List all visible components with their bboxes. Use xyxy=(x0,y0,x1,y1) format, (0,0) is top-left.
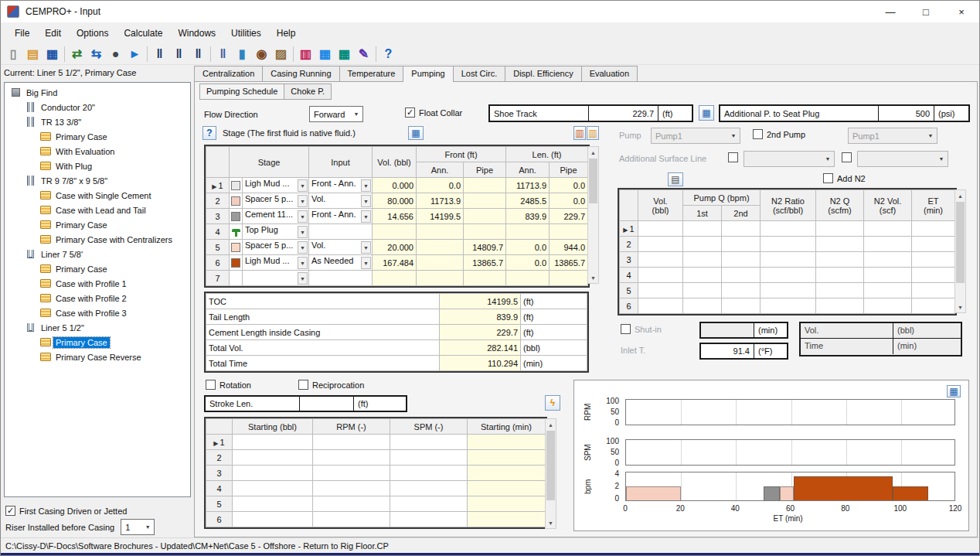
n2-row-header[interactable]: ▶1 xyxy=(620,221,638,237)
dropdown-arrow-icon[interactable]: ▼ xyxy=(361,195,371,207)
stage-vol-cell[interactable] xyxy=(373,224,417,240)
stage-front-ann-cell[interactable] xyxy=(417,271,464,286)
reciprocation-checkbox[interactable]: Reciprocation xyxy=(298,380,364,390)
stage-vol-cell[interactable]: 80.000 xyxy=(373,193,417,209)
n2-cell[interactable] xyxy=(722,298,761,314)
menu-edit[interactable]: Edit xyxy=(37,24,69,43)
second-pump-checkbox-box[interactable] xyxy=(753,129,763,139)
shoe-track-value[interactable]: 229.7 xyxy=(589,106,658,121)
stage-front-ann-cell[interactable] xyxy=(417,255,464,271)
stage-row-header[interactable]: 6 xyxy=(206,255,230,271)
stage-front-pipe-cell[interactable] xyxy=(464,209,506,224)
stage-name-cell[interactable]: Ligh Mud ...▼ xyxy=(243,178,309,193)
stage-row-header[interactable]: 2 xyxy=(206,193,230,209)
n2-cell[interactable] xyxy=(864,252,912,268)
stage-help-button[interactable]: ? xyxy=(202,126,216,140)
tab-lost-circ[interactable]: Lost Circ. xyxy=(453,66,505,81)
rot-cell[interactable] xyxy=(313,466,390,481)
surface-line-2-checkbox[interactable] xyxy=(842,152,852,162)
stage-front-pipe-cell[interactable] xyxy=(464,178,506,193)
stage-row-header[interactable]: ▶1 xyxy=(206,178,230,193)
rot-cell[interactable] xyxy=(313,496,390,512)
menu-utilities[interactable]: Utilities xyxy=(223,24,269,43)
rot-cell[interactable] xyxy=(468,496,546,512)
tree-item-primary-case[interactable]: Primary Case xyxy=(5,261,190,276)
n2-cell[interactable] xyxy=(722,252,761,268)
rotation-row-header[interactable]: ▶1 xyxy=(206,435,233,450)
n2-cell[interactable] xyxy=(816,237,864,252)
rot-cell[interactable] xyxy=(233,435,313,450)
stage-len-ann-cell[interactable]: 839.9 xyxy=(506,209,550,224)
new-icon[interactable]: ▯ xyxy=(4,44,23,63)
n2-cell[interactable] xyxy=(864,221,912,237)
rotation-checkbox-box[interactable] xyxy=(206,380,216,390)
scroll-thumb[interactable] xyxy=(956,202,965,283)
tab-temperature[interactable]: Temperature xyxy=(339,66,404,81)
cement-head-icon[interactable]: ◉ xyxy=(252,44,271,63)
n2-cell[interactable] xyxy=(638,268,683,283)
tree-item-with-plug[interactable]: With Plug xyxy=(5,159,190,173)
menu-calculate[interactable]: Calculate xyxy=(116,24,170,43)
stage-len-ann-cell[interactable]: 0.0 xyxy=(506,240,550,255)
export-icon[interactable]: ⇄ xyxy=(67,44,87,63)
rot-cell[interactable] xyxy=(233,496,313,512)
rot-cell[interactable] xyxy=(233,450,313,466)
first-casing-checkbox-box[interactable] xyxy=(5,506,15,516)
rot-cell[interactable] xyxy=(233,481,313,496)
stage-input-cell[interactable]: Front - Ann.▼ xyxy=(309,209,373,224)
scroll-down-icon[interactable]: ▼ xyxy=(955,302,965,312)
import-icon[interactable]: ⇆ xyxy=(87,44,106,63)
dropdown-arrow-icon[interactable]: ▼ xyxy=(298,226,308,238)
n2-cell[interactable] xyxy=(912,221,955,237)
stage-vol-cell[interactable] xyxy=(373,271,417,286)
tree-item-case-with-single-cement[interactable]: Case with Single Cement xyxy=(5,188,190,203)
stage-len-pipe-cell[interactable]: 229.7 xyxy=(550,209,588,224)
stage-input-cell[interactable]: Vol.▼ xyxy=(309,193,373,209)
n2-cell[interactable] xyxy=(816,252,864,268)
shut-in-checkbox-box[interactable] xyxy=(621,324,631,334)
stage-len-pipe-cell[interactable]: 944.0 xyxy=(550,240,588,255)
scroll-up-icon[interactable]: ▲ xyxy=(546,419,556,430)
n2-cell[interactable] xyxy=(722,283,761,298)
stage-tool-button[interactable]: ▦ xyxy=(408,126,424,140)
n2-cell[interactable] xyxy=(816,298,864,314)
n2-cell[interactable] xyxy=(683,237,722,252)
n2-cell[interactable] xyxy=(912,298,955,314)
stage-front-ann-cell[interactable] xyxy=(417,240,464,255)
n2-cell[interactable] xyxy=(683,268,722,283)
n2-cell[interactable] xyxy=(864,283,912,298)
tree-item-primary-case-reverse[interactable]: Primary Case Reverse xyxy=(5,350,190,364)
stage-len-ann-cell[interactable]: 0.0 xyxy=(506,255,550,271)
tree-item-primary-case[interactable]: Primary Case xyxy=(5,217,190,232)
n2-cell[interactable] xyxy=(638,237,683,252)
stage-row-header[interactable]: 7 xyxy=(206,271,230,286)
n2-cell[interactable] xyxy=(761,268,816,283)
close-button[interactable]: × xyxy=(944,1,979,22)
scroll-down-icon[interactable]: ▼ xyxy=(588,272,598,283)
n2-cell[interactable] xyxy=(864,237,912,252)
n2-cell[interactable] xyxy=(722,237,761,252)
utilities-icon[interactable]: ● xyxy=(106,44,125,63)
rot-cell[interactable] xyxy=(468,435,546,450)
rot-cell[interactable] xyxy=(468,481,546,496)
n2-row-header[interactable]: 5 xyxy=(620,283,638,298)
seat-plug-value[interactable]: 500 xyxy=(879,106,934,121)
n2-cell[interactable] xyxy=(761,252,816,268)
subtab-pumping-schedule[interactable]: Pumping Schedule xyxy=(199,84,284,100)
stage-name-cell[interactable]: Spacer 5 p...▼ xyxy=(243,240,309,255)
tree-item-primary-case[interactable]: Primary Case xyxy=(5,335,190,350)
liner-icon[interactable]: ‖ xyxy=(189,44,208,63)
stage-vol-cell[interactable]: 20.000 xyxy=(373,240,417,255)
n2-cell[interactable] xyxy=(912,268,955,283)
save-icon[interactable]: ▦ xyxy=(43,44,62,63)
tree-item-primary-case[interactable]: Primary Case xyxy=(5,129,190,144)
dropdown-arrow-icon[interactable]: ▼ xyxy=(361,210,371,223)
tab-displ-efficiency[interactable]: Displ. Efficiency xyxy=(505,66,581,81)
rotation-row-header[interactable]: 5 xyxy=(206,496,233,512)
rot-cell[interactable] xyxy=(390,481,468,496)
n2-cell[interactable] xyxy=(638,283,683,298)
tab-casing-running[interactable]: Casing Running xyxy=(262,66,339,81)
rot-cell[interactable] xyxy=(390,512,468,527)
stage-row-header[interactable]: 4 xyxy=(206,224,230,240)
tree-item-primary-case-with-centralizers[interactable]: Primary Case with Centralizers xyxy=(5,232,190,247)
